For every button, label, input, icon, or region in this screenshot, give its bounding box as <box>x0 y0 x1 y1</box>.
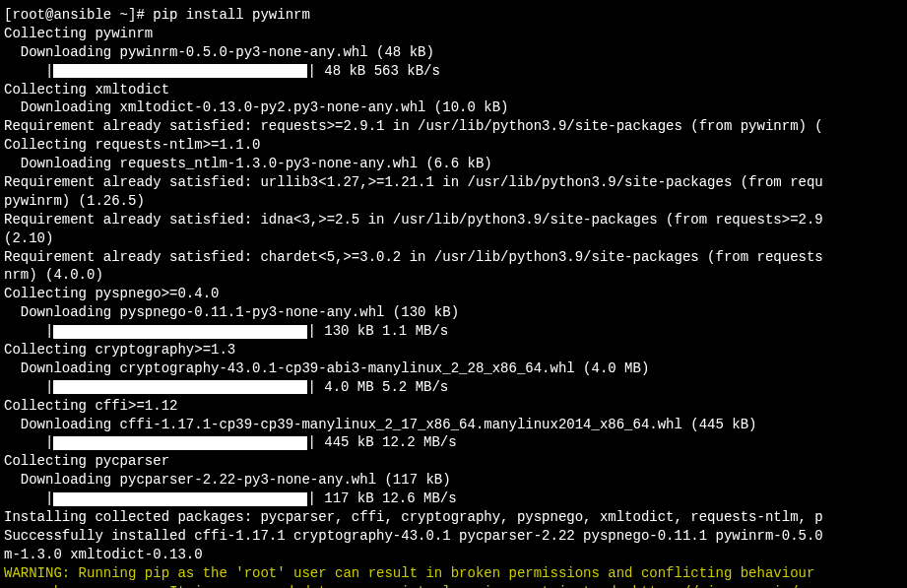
terminal-output: [root@ansible ~]# pip install pywinrmCol… <box>4 6 903 588</box>
terminal-line: Requirement already satisfied: urllib3<1… <box>4 173 903 192</box>
terminal-line: nrm) (4.0.0) <box>4 266 903 285</box>
terminal-line: Collecting requests-ntlm>=1.1.0 <box>4 136 903 155</box>
terminal-line: (2.10) <box>4 229 903 248</box>
progress-line: || 117 kB 12.6 MB/s <box>4 490 903 508</box>
progress-suffix: | 48 kB 563 kB/s <box>307 62 439 81</box>
progress-prefix: | <box>4 490 53 508</box>
progress-prefix: | <box>4 433 53 452</box>
progress-suffix: | 117 kB 12.6 MB/s <box>307 490 456 508</box>
progress-suffix: | 130 kB 1.1 MB/s <box>307 322 448 341</box>
terminal-line: Installing collected packages: pycparser… <box>4 508 903 527</box>
progress-prefix: | <box>4 322 53 341</box>
progress-line: || 445 kB 12.2 MB/s <box>4 433 903 452</box>
progress-bar <box>53 436 307 450</box>
progress-line: || 4.0 MB 5.2 MB/s <box>4 378 903 397</box>
progress-prefix: | <box>4 62 53 81</box>
terminal-line: Downloading cryptography-43.0.1-cp39-abi… <box>4 359 903 378</box>
terminal-line: Downloading xmltodict-0.13.0-py2.py3-non… <box>4 98 903 117</box>
terminal-line: Requirement already satisfied: chardet<5… <box>4 248 903 267</box>
progress-prefix: | <box>4 378 53 397</box>
terminal-line: Collecting pywinrm <box>4 25 903 43</box>
terminal-line: Requirement already satisfied: requests>… <box>4 117 903 136</box>
terminal-line: Collecting cryptography>=1.3 <box>4 341 903 359</box>
terminal-line: pywinrm) (1.26.5) <box>4 192 903 211</box>
terminal-line: Successfully installed cffi-1.17.1 crypt… <box>4 527 903 546</box>
terminal-line: em package manager. It is recommended to… <box>4 583 903 588</box>
progress-line: || 48 kB 563 kB/s <box>4 62 903 81</box>
progress-bar <box>53 325 307 339</box>
progress-bar <box>53 492 307 506</box>
terminal-line: WARNING: Running pip as the 'root' user … <box>4 564 903 583</box>
progress-suffix: | 4.0 MB 5.2 MB/s <box>307 378 448 397</box>
terminal-line: m-1.3.0 xmltodict-0.13.0 <box>4 546 903 564</box>
terminal-line: Downloading requests_ntlm-1.3.0-py3-none… <box>4 155 903 173</box>
terminal-line: Downloading cffi-1.17.1-cp39-cp39-manyli… <box>4 416 903 434</box>
progress-suffix: | 445 kB 12.2 MB/s <box>307 433 456 452</box>
terminal-line: [root@ansible ~]# pip install pywinrm <box>4 6 903 25</box>
terminal-line: Downloading pywinrm-0.5.0-py3-none-any.w… <box>4 43 903 62</box>
terminal-line: Collecting pyspnego>=0.4.0 <box>4 285 903 303</box>
progress-bar <box>53 380 307 394</box>
terminal-line: Collecting pycparser <box>4 452 903 471</box>
terminal-line: Downloading pycparser-2.22-py3-none-any.… <box>4 471 903 490</box>
terminal-line: Collecting xmltodict <box>4 81 903 99</box>
progress-line: || 130 kB 1.1 MB/s <box>4 322 903 341</box>
terminal-line: Requirement already satisfied: idna<3,>=… <box>4 211 903 229</box>
progress-bar <box>53 64 307 78</box>
terminal-line: Downloading pyspnego-0.11.1-py3-none-any… <box>4 303 903 322</box>
terminal-line: Collecting cffi>=1.12 <box>4 397 903 416</box>
